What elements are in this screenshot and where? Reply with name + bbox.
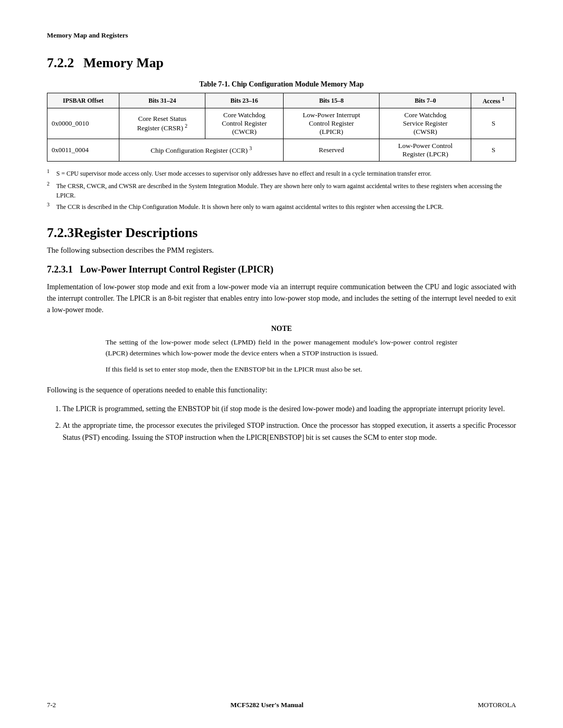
page-footer: 7-2 MCF5282 User's Manual MOTOROLA xyxy=(47,701,516,709)
note-title: NOTE xyxy=(106,325,458,333)
note-box: NOTE The setting of the low-power mode s… xyxy=(106,325,458,375)
section-722-heading: Memory Map xyxy=(83,55,164,70)
cell-bits3124-2: Chip Configuration Register (CCR) 3 xyxy=(119,139,284,162)
col-header-bits3124: Bits 31–24 xyxy=(119,93,205,108)
subsection-7231-heading: Low-Power Interrupt Control Register (LP… xyxy=(80,264,274,275)
col-header-offset: IPSBAR Offset xyxy=(47,93,119,108)
page: Memory Map and Registers 7.2.2Memory Map… xyxy=(0,0,563,728)
footer-right: MOTOROLA xyxy=(478,701,516,709)
following-text: Following is the sequence of operations … xyxy=(47,385,516,396)
col-header-bits70: Bits 7–0 xyxy=(380,93,471,108)
cell-bits158-1: Low-Power InterruptControl Register(LPIC… xyxy=(284,108,380,139)
table-title: Table 7-1. Chip Configuration Module Mem… xyxy=(47,80,516,89)
subsection-7231-body: Implementation of low-power stop mode an… xyxy=(47,281,516,315)
col-header-bits2316: Bits 23–16 xyxy=(205,93,284,108)
footnote-2-text: The CRSR, CWCR, and CWSR are described i… xyxy=(56,181,516,200)
section-723-title: 7.2.3Register Descriptions xyxy=(47,225,516,241)
cell-offset-1: 0x0000_0010 xyxy=(47,108,119,139)
cell-access-2: S xyxy=(471,139,516,162)
cell-bits3124-1: Core Reset StatusRegister (CRSR) 2 xyxy=(119,108,205,139)
footnote-1-text: S = CPU supervisor mode access only. Use… xyxy=(56,169,432,179)
list-item-2: At the appropriate time, the processor e… xyxy=(63,420,516,443)
section-722-number: 7.2.2 xyxy=(47,55,74,70)
section-723-heading: Register Descriptions xyxy=(74,225,198,240)
subsection-7231-number: 7.2.3.1 xyxy=(47,264,73,275)
cell-bits70-2: Low-Power ControlRegister (LPCR) xyxy=(380,139,471,162)
note-para-1: The setting of the low-power mode select… xyxy=(106,337,458,359)
footnote-3-text: The CCR is described in the Chip Configu… xyxy=(56,202,444,213)
footer-center: MCF5282 User's Manual xyxy=(56,701,478,709)
memory-map-table: IPSBAR Offset Bits 31–24 Bits 23–16 Bits… xyxy=(47,93,516,162)
footer-left: 7-2 xyxy=(47,701,56,709)
table-footnotes: 1 S = CPU supervisor mode access only. U… xyxy=(47,169,516,213)
cell-bits158-2: Reserved xyxy=(284,139,380,162)
note-para-2: If this field is set to enter stop mode,… xyxy=(106,364,458,375)
cell-offset-2: 0x0011_0004 xyxy=(47,139,119,162)
header-label: Memory Map and Registers xyxy=(47,31,128,39)
section-723-number: 7.2.3 xyxy=(47,225,74,240)
subsection-7231-title: 7.2.3.1Low-Power Interrupt Control Regis… xyxy=(47,264,516,275)
list-item-1: The LPICR is programmed, setting the ENB… xyxy=(63,403,516,415)
page-header: Memory Map and Registers xyxy=(47,31,516,40)
table-row: 0x0011_0004 Chip Configuration Register … xyxy=(47,139,516,162)
cell-bits2316-1: Core WatchdogControl Register(CWCR) xyxy=(205,108,284,139)
col-header-access: Access 1 xyxy=(471,93,516,108)
cell-access-1: S xyxy=(471,108,516,139)
col-header-bits158: Bits 15–8 xyxy=(284,93,380,108)
footnote-1: 1 S = CPU supervisor mode access only. U… xyxy=(47,169,516,179)
table-row: 0x0000_0010 Core Reset StatusRegister (C… xyxy=(47,108,516,139)
footnote-2: 2 The CRSR, CWCR, and CWSR are described… xyxy=(47,181,516,200)
section-722-title: 7.2.2Memory Map xyxy=(47,55,516,71)
steps-list: The LPICR is programmed, setting the ENB… xyxy=(63,403,516,443)
footnote-3: 3 The CCR is described in the Chip Confi… xyxy=(47,202,516,213)
section-723-intro: The following subsection describes the P… xyxy=(47,246,516,255)
cell-bits70-1: Core WatchdogService Register(CWSR) xyxy=(380,108,471,139)
